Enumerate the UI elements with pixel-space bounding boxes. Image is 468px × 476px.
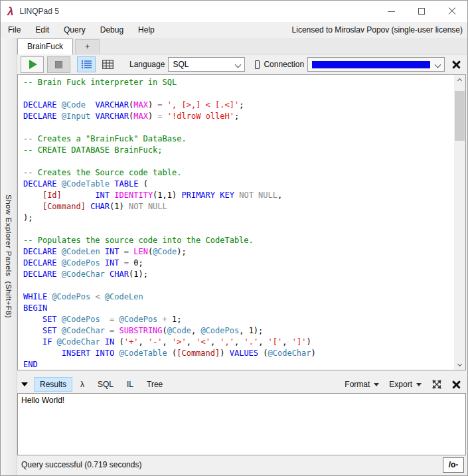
- title-bar: λ LINQPad 5: [1, 1, 467, 22]
- tab-tree[interactable]: Tree: [141, 378, 168, 391]
- menu-help[interactable]: Help: [131, 25, 162, 35]
- close-query-button[interactable]: [445, 60, 467, 69]
- close-button[interactable]: [437, 1, 467, 22]
- chevron-up-icon: [457, 78, 462, 83]
- status-message: Query successful (0.719 seconds): [21, 460, 141, 469]
- stop-icon: [55, 61, 62, 68]
- workspace: BrainFuck +: [17, 38, 467, 475]
- chevron-down-icon: [457, 362, 462, 366]
- explorer-panels-rail[interactable]: Show Explorer Panels (Shift+F8): [1, 38, 17, 475]
- code-editor[interactable]: -- Brain Fuck interpreter in SQL DECLARE…: [17, 74, 466, 370]
- scrollbar-thumb[interactable]: [455, 91, 465, 141]
- run-icon: [29, 60, 37, 69]
- rich-text-results-toggle[interactable]: [77, 56, 96, 72]
- language-label: Language: [129, 60, 165, 69]
- menu-file[interactable]: File: [1, 25, 28, 35]
- language-select[interactable]: SQL: [168, 57, 245, 72]
- close-results-icon[interactable]: [452, 380, 461, 389]
- collapse-results-icon[interactable]: [21, 382, 28, 386]
- format-dropdown[interactable]: Format: [345, 380, 379, 389]
- caret-down-icon: [416, 383, 422, 386]
- grid-view-icon: [102, 60, 114, 69]
- explorer-panels-label: Show Explorer Panels (Shift+F8): [5, 195, 13, 318]
- minimize-icon: [388, 11, 395, 12]
- tab-il[interactable]: IL: [121, 378, 139, 391]
- pane-splitter[interactable]: [17, 370, 467, 376]
- scroll-up-button[interactable]: [454, 75, 465, 86]
- results-header: Results λ SQL IL Tree Format Export: [17, 376, 467, 393]
- caret-down-icon: [374, 383, 379, 386]
- results-panel: Hello World!: [17, 393, 466, 455]
- window-controls: [376, 1, 467, 22]
- tab-results[interactable]: Results: [34, 377, 72, 392]
- app-logo-icon: λ: [7, 6, 13, 17]
- query-toolbar: Language SQL Connection: [17, 54, 467, 74]
- language-value: SQL: [173, 60, 189, 69]
- export-dropdown[interactable]: Export: [389, 380, 422, 389]
- tab-brainfuck[interactable]: BrainFuck: [17, 39, 73, 54]
- run-button[interactable]: [21, 56, 44, 73]
- connection-icon: [255, 60, 260, 69]
- close-query-icon: [452, 60, 461, 69]
- query-output: Hello World!: [18, 394, 465, 407]
- stop-button[interactable]: [47, 56, 70, 73]
- menu-bar: File Edit Query Debug Help Licensed to M…: [1, 22, 467, 38]
- chevron-down-icon: [235, 61, 242, 68]
- window-title: LINQPad 5: [19, 7, 58, 16]
- editor-scrollbar[interactable]: [454, 75, 465, 370]
- scroll-down-button[interactable]: [454, 358, 465, 370]
- format-label: Format: [345, 380, 370, 389]
- tab-lambda[interactable]: λ: [75, 378, 90, 391]
- data-grid-results-toggle[interactable]: [98, 56, 117, 72]
- linqpad-window: λ LINQPad 5 File Edit Query Debug Help L…: [0, 0, 468, 476]
- connection-label: Connection: [264, 60, 304, 69]
- license-text: Licensed to Miroslav Popov (single-user …: [292, 25, 467, 35]
- connection-value-redacted: [312, 61, 430, 68]
- menu-debug[interactable]: Debug: [93, 25, 131, 35]
- maximize-button[interactable]: [406, 1, 437, 22]
- new-tab-button[interactable]: +: [75, 39, 100, 54]
- query-tab-strip: BrainFuck +: [17, 38, 467, 54]
- arrange-panels-icon[interactable]: [431, 379, 442, 390]
- results-header-actions: Format Export: [345, 379, 463, 390]
- code-area[interactable]: -- Brain Fuck interpreter in SQL DECLARE…: [23, 77, 453, 370]
- menu-query[interactable]: Query: [56, 25, 93, 35]
- menu-edit[interactable]: Edit: [28, 25, 56, 35]
- maximize-icon: [418, 8, 425, 15]
- main-area: Show Explorer Panels (Shift+F8) BrainFuc…: [1, 38, 467, 475]
- tab-sql[interactable]: SQL: [92, 378, 119, 391]
- minimize-button[interactable]: [376, 1, 406, 22]
- status-bar: Query successful (0.719 seconds) /o-: [17, 455, 467, 475]
- export-label: Export: [389, 380, 412, 389]
- rich-text-view-icon: [81, 60, 92, 69]
- close-icon: [448, 7, 456, 15]
- optimization-button[interactable]: /o-: [443, 457, 464, 473]
- connection-select[interactable]: [307, 57, 445, 72]
- chevron-down-icon: [435, 61, 441, 68]
